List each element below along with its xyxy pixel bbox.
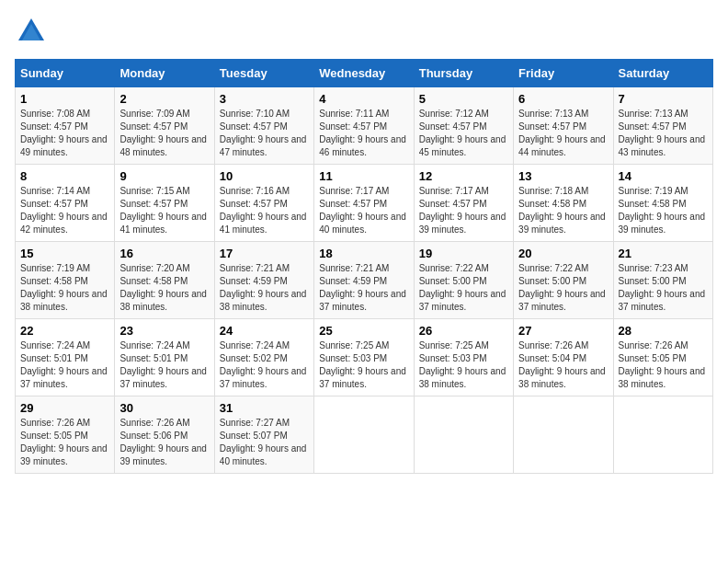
calendar-cell: 3Sunrise: 7:10 AMSunset: 4:57 PMDaylight… xyxy=(214,87,313,165)
day-number: 5 xyxy=(419,92,508,106)
day-detail: Sunrise: 7:18 AMSunset: 4:58 PMDaylight:… xyxy=(518,186,606,235)
calendar-cell xyxy=(613,396,712,474)
day-number: 27 xyxy=(518,324,608,338)
day-number: 23 xyxy=(119,324,209,338)
day-number: 18 xyxy=(319,247,408,260)
day-detail: Sunrise: 7:16 AMSunset: 4:57 PMDaylight:… xyxy=(220,186,307,235)
day-detail: Sunrise: 7:17 AMSunset: 4:57 PMDaylight:… xyxy=(419,186,506,235)
day-detail: Sunrise: 7:09 AMSunset: 4:57 PMDaylight:… xyxy=(119,109,207,157)
day-number: 11 xyxy=(319,169,408,183)
day-detail: Sunrise: 7:26 AMSunset: 5:04 PMDaylight:… xyxy=(518,340,606,389)
day-number: 14 xyxy=(619,169,708,183)
day-of-week-header: Thursday xyxy=(414,60,513,87)
day-number: 2 xyxy=(119,92,209,106)
calendar-cell xyxy=(314,396,414,474)
day-of-week-header: Friday xyxy=(514,60,613,87)
day-number: 22 xyxy=(20,324,109,338)
calendar-cell: 2Sunrise: 7:09 AMSunset: 4:57 PMDaylight… xyxy=(115,87,214,165)
day-number: 1 xyxy=(20,92,109,106)
day-detail: Sunrise: 7:19 AMSunset: 4:58 PMDaylight:… xyxy=(619,186,706,235)
day-number: 25 xyxy=(319,324,408,338)
calendar-cell: 23Sunrise: 7:24 AMSunset: 5:01 PMDayligh… xyxy=(115,319,214,396)
day-of-week-header: Monday xyxy=(115,60,214,87)
calendar-cell: 29Sunrise: 7:26 AMSunset: 5:05 PMDayligh… xyxy=(16,396,115,474)
calendar-cell xyxy=(414,396,513,474)
day-detail: Sunrise: 7:22 AMSunset: 5:00 PMDaylight:… xyxy=(419,263,506,312)
day-detail: Sunrise: 7:13 AMSunset: 4:57 PMDaylight:… xyxy=(518,109,606,157)
day-number: 29 xyxy=(20,401,109,415)
calendar-cell: 31Sunrise: 7:27 AMSunset: 5:07 PMDayligh… xyxy=(214,396,313,474)
calendar-week-row: 29Sunrise: 7:26 AMSunset: 5:05 PMDayligh… xyxy=(16,396,713,474)
calendar-cell: 5Sunrise: 7:12 AMSunset: 4:57 PMDaylight… xyxy=(414,87,513,165)
day-detail: Sunrise: 7:21 AMSunset: 4:59 PMDaylight:… xyxy=(220,263,307,312)
calendar-table: SundayMondayTuesdayWednesdayThursdayFrid… xyxy=(15,59,713,474)
calendar-week-row: 1Sunrise: 7:08 AMSunset: 4:57 PMDaylight… xyxy=(16,87,713,165)
calendar-cell: 28Sunrise: 7:26 AMSunset: 5:05 PMDayligh… xyxy=(613,319,712,396)
day-detail: Sunrise: 7:21 AMSunset: 4:59 PMDaylight:… xyxy=(319,263,406,312)
day-detail: Sunrise: 7:24 AMSunset: 5:01 PMDaylight:… xyxy=(119,340,207,389)
calendar-cell: 27Sunrise: 7:26 AMSunset: 5:04 PMDayligh… xyxy=(514,319,613,396)
day-number: 28 xyxy=(619,324,708,338)
calendar-cell: 22Sunrise: 7:24 AMSunset: 5:01 PMDayligh… xyxy=(16,319,115,396)
page-header xyxy=(15,15,713,48)
calendar-cell: 25Sunrise: 7:25 AMSunset: 5:03 PMDayligh… xyxy=(314,319,414,396)
calendar-body: 1Sunrise: 7:08 AMSunset: 4:57 PMDaylight… xyxy=(16,87,713,474)
day-number: 19 xyxy=(419,247,508,260)
calendar-cell: 13Sunrise: 7:18 AMSunset: 4:58 PMDayligh… xyxy=(514,165,613,242)
day-number: 24 xyxy=(220,324,309,338)
day-detail: Sunrise: 7:24 AMSunset: 5:02 PMDaylight:… xyxy=(220,340,307,389)
calendar-cell xyxy=(514,396,613,474)
day-number: 10 xyxy=(220,169,309,183)
day-detail: Sunrise: 7:13 AMSunset: 4:57 PMDaylight:… xyxy=(619,109,706,157)
day-detail: Sunrise: 7:20 AMSunset: 4:58 PMDaylight:… xyxy=(119,263,207,312)
day-number: 7 xyxy=(619,92,708,106)
day-number: 17 xyxy=(220,247,309,260)
calendar-cell: 7Sunrise: 7:13 AMSunset: 4:57 PMDaylight… xyxy=(613,87,712,165)
day-number: 21 xyxy=(619,247,708,260)
calendar-cell: 21Sunrise: 7:23 AMSunset: 5:00 PMDayligh… xyxy=(613,242,712,319)
day-number: 15 xyxy=(20,247,109,260)
logo-icon xyxy=(15,15,48,48)
day-detail: Sunrise: 7:15 AMSunset: 4:57 PMDaylight:… xyxy=(119,186,207,235)
day-detail: Sunrise: 7:27 AMSunset: 5:07 PMDaylight:… xyxy=(220,418,307,466)
day-detail: Sunrise: 7:08 AMSunset: 4:57 PMDaylight:… xyxy=(20,109,108,157)
calendar-week-row: 15Sunrise: 7:19 AMSunset: 4:58 PMDayligh… xyxy=(16,242,713,319)
calendar-cell: 17Sunrise: 7:21 AMSunset: 4:59 PMDayligh… xyxy=(214,242,313,319)
day-detail: Sunrise: 7:25 AMSunset: 5:03 PMDaylight:… xyxy=(319,340,406,389)
day-of-week-header: Tuesday xyxy=(214,60,313,87)
calendar-cell: 16Sunrise: 7:20 AMSunset: 4:58 PMDayligh… xyxy=(115,242,214,319)
calendar-cell: 24Sunrise: 7:24 AMSunset: 5:02 PMDayligh… xyxy=(214,319,313,396)
day-number: 3 xyxy=(220,92,309,106)
calendar-cell: 4Sunrise: 7:11 AMSunset: 4:57 PMDaylight… xyxy=(314,87,414,165)
day-number: 16 xyxy=(119,247,209,260)
calendar-cell: 6Sunrise: 7:13 AMSunset: 4:57 PMDaylight… xyxy=(514,87,613,165)
calendar-cell: 10Sunrise: 7:16 AMSunset: 4:57 PMDayligh… xyxy=(214,165,313,242)
calendar-cell: 1Sunrise: 7:08 AMSunset: 4:57 PMDaylight… xyxy=(16,87,115,165)
day-detail: Sunrise: 7:10 AMSunset: 4:57 PMDaylight:… xyxy=(220,109,307,157)
day-of-week-header: Wednesday xyxy=(314,60,414,87)
day-detail: Sunrise: 7:22 AMSunset: 5:00 PMDaylight:… xyxy=(518,263,606,312)
calendar-week-row: 22Sunrise: 7:24 AMSunset: 5:01 PMDayligh… xyxy=(16,319,713,396)
calendar-cell: 18Sunrise: 7:21 AMSunset: 4:59 PMDayligh… xyxy=(314,242,414,319)
calendar-header: SundayMondayTuesdayWednesdayThursdayFrid… xyxy=(16,60,713,87)
day-number: 12 xyxy=(419,169,508,183)
day-detail: Sunrise: 7:23 AMSunset: 5:00 PMDaylight:… xyxy=(619,263,706,312)
day-number: 13 xyxy=(518,169,608,183)
day-number: 26 xyxy=(419,324,508,338)
day-number: 20 xyxy=(518,247,608,260)
day-number: 4 xyxy=(319,92,408,106)
calendar-cell: 12Sunrise: 7:17 AMSunset: 4:57 PMDayligh… xyxy=(414,165,513,242)
day-detail: Sunrise: 7:14 AMSunset: 4:57 PMDaylight:… xyxy=(20,186,108,235)
day-detail: Sunrise: 7:12 AMSunset: 4:57 PMDaylight:… xyxy=(419,109,506,157)
calendar-week-row: 8Sunrise: 7:14 AMSunset: 4:57 PMDaylight… xyxy=(16,165,713,242)
day-detail: Sunrise: 7:24 AMSunset: 5:01 PMDaylight:… xyxy=(20,340,108,389)
day-number: 9 xyxy=(119,169,209,183)
calendar-cell: 20Sunrise: 7:22 AMSunset: 5:00 PMDayligh… xyxy=(514,242,613,319)
day-number: 31 xyxy=(220,401,309,415)
calendar-cell: 9Sunrise: 7:15 AMSunset: 4:57 PMDaylight… xyxy=(115,165,214,242)
day-detail: Sunrise: 7:19 AMSunset: 4:58 PMDaylight:… xyxy=(20,263,108,312)
day-of-week-header: Sunday xyxy=(16,60,115,87)
calendar-cell: 19Sunrise: 7:22 AMSunset: 5:00 PMDayligh… xyxy=(414,242,513,319)
calendar-cell: 26Sunrise: 7:25 AMSunset: 5:03 PMDayligh… xyxy=(414,319,513,396)
calendar-cell: 11Sunrise: 7:17 AMSunset: 4:57 PMDayligh… xyxy=(314,165,414,242)
